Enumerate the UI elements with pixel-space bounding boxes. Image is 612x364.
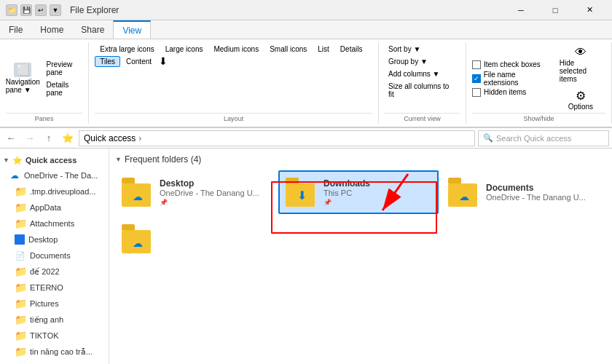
ribbon-content: ⬜ Navigationpane ▼ Preview pane Details … bbox=[0, 39, 612, 127]
downloads-folder-icon: ⬇ bbox=[286, 178, 318, 207]
list-btn[interactable]: List bbox=[313, 44, 334, 55]
title-text: File Explorer bbox=[70, 5, 119, 15]
folder-icon-tieng-anh: 📁 bbox=[15, 314, 26, 325]
tieng-anh-label: tiếng anh bbox=[30, 315, 63, 325]
sidebar-item-tieng-anh[interactable]: 📁 tiếng anh bbox=[0, 312, 109, 328]
expand-arrow: ▼ bbox=[3, 157, 9, 164]
folder-icon-eterno: 📁 bbox=[15, 282, 26, 293]
sidebar: ▼ ⭐ Quick access ☁ OneDrive - The Da... … bbox=[0, 149, 109, 364]
current-view-group: Sort by ▼ Group by ▼ Add columns ▼ Size … bbox=[379, 42, 466, 124]
hidden-items-checkbox[interactable]: Hidden items bbox=[472, 88, 550, 97]
tab-share[interactable]: Share bbox=[72, 20, 113, 39]
navigation-pane-btn[interactable]: ⬜ Navigationpane ▼ bbox=[6, 60, 40, 96]
close-btn[interactable]: ✕ bbox=[573, 0, 606, 20]
options-btn[interactable]: ⚙ Options bbox=[565, 87, 597, 113]
minimize-btn[interactable]: ─ bbox=[504, 0, 538, 20]
sidebar-item-tiktok[interactable]: 📁 TIKTOK bbox=[0, 328, 109, 344]
tiles-btn[interactable]: Tiles bbox=[95, 56, 120, 67]
folder-tab bbox=[122, 178, 135, 183]
sidebar-item-pictures[interactable]: 📁 Pictures bbox=[0, 296, 109, 312]
address-path[interactable]: Quick access › bbox=[79, 130, 475, 146]
tab-file[interactable]: File bbox=[0, 20, 31, 39]
quick-access-icon: ⭐ bbox=[12, 154, 23, 166]
layout-content: Extra large icons Large icons Medium ico… bbox=[95, 44, 372, 113]
onedrive-label: OneDrive - The Da... bbox=[24, 171, 98, 180]
content-area: ▼ Frequent folders (4) ☁ Desktop OneDriv… bbox=[109, 149, 612, 364]
hidden-items-label: Hidden items bbox=[484, 88, 526, 96]
tab-home[interactable]: Home bbox=[31, 20, 72, 39]
maximize-btn[interactable]: □ bbox=[538, 0, 572, 20]
folder-icon-pictures: 📁 bbox=[15, 298, 26, 309]
layout-expand-btn[interactable]: ⬇ bbox=[157, 55, 169, 67]
appdata-label: AppData bbox=[30, 203, 61, 212]
show-hide-content: Item check boxes ✓ File name extensions … bbox=[472, 44, 605, 113]
search-box[interactable]: 🔍 Search Quick access bbox=[478, 130, 609, 146]
up-btn[interactable]: ↑ bbox=[41, 130, 57, 146]
folder-icon-tiktok: 📁 bbox=[15, 330, 26, 341]
layout-label: Layout bbox=[95, 113, 372, 122]
sidebar-item-attachments[interactable]: 📁 Attachments bbox=[0, 215, 109, 232]
undo-btn[interactable]: ↩ bbox=[35, 4, 47, 16]
medium-icons-btn[interactable]: Medium icons bbox=[208, 44, 264, 55]
sidebar-item-tin-nang[interactable]: 📁 tin năng cao trắ... bbox=[0, 344, 109, 360]
sidebar-item-de2022[interactable]: 📁 để 2022 bbox=[0, 264, 109, 280]
de2022-label: để 2022 bbox=[30, 267, 60, 277]
section-expand-arrow[interactable]: ▼ bbox=[115, 156, 122, 163]
downloads-tile-name: Downloads bbox=[323, 178, 431, 189]
panes-group: ⬜ Navigationpane ▼ Preview pane Details … bbox=[0, 42, 89, 124]
preview-pane-btn[interactable]: Preview pane bbox=[43, 59, 83, 78]
downloads-tile-pin: 📌 bbox=[323, 199, 431, 206]
path-item-quick-access[interactable]: Quick access bbox=[84, 133, 136, 143]
sidebar-item-eterno[interactable]: 📁 ETERNO bbox=[0, 280, 109, 296]
sidebar-item-tmp[interactable]: 📁 .tmp.driveupload... bbox=[0, 183, 109, 199]
large-icons-btn[interactable]: Large icons bbox=[160, 44, 208, 55]
documents-tile-info: Documents OneDrive - The Danang U... bbox=[486, 183, 595, 202]
desktop-tile-info: Desktop OneDrive - The Danang U... 📌 bbox=[160, 178, 269, 206]
file-name-ext-checkbox[interactable]: ✓ File name extensions bbox=[472, 71, 550, 87]
tab-view[interactable]: View bbox=[113, 20, 151, 39]
panes-label: Panes bbox=[6, 113, 82, 122]
group-by-btn[interactable]: Group by ▼ bbox=[385, 56, 431, 67]
file-name-ext-label: File name extensions bbox=[484, 71, 550, 87]
details-pane-btn[interactable]: Details pane bbox=[43, 79, 83, 98]
hide-options-group: 👁 Hide selecteditems ⚙ Options bbox=[556, 44, 605, 113]
onedrive-overlay: ☁ bbox=[133, 191, 143, 202]
forward-btn[interactable]: → bbox=[22, 130, 38, 146]
show-hide-group: Item check boxes ✓ File name extensions … bbox=[466, 42, 612, 124]
folder-icon-desktop bbox=[15, 234, 25, 245]
add-columns-btn[interactable]: Add columns ▼ bbox=[385, 68, 443, 79]
extra-large-icons-btn[interactable]: Extra large icons bbox=[95, 44, 159, 55]
item-check-boxes-checkbox[interactable]: Item check boxes bbox=[472, 60, 550, 69]
tile-extra[interactable]: ☁ bbox=[115, 217, 159, 261]
desktop-label: Desktop bbox=[28, 235, 58, 244]
sort-by-btn[interactable]: Sort by ▼ bbox=[385, 44, 424, 55]
tile-desktop[interactable]: ☁ Desktop OneDrive - The Danang U... 📌 bbox=[115, 170, 275, 214]
tile-documents[interactable]: ☁ Documents OneDrive - The Danang U... bbox=[442, 170, 602, 214]
folder-tab-docs bbox=[448, 178, 461, 183]
small-icons-btn[interactable]: Small icons bbox=[264, 44, 312, 55]
quick-access-header[interactable]: ▼ ⭐ Quick access bbox=[0, 151, 109, 167]
sidebar-item-desktop[interactable]: Desktop bbox=[0, 232, 109, 248]
sidebar-item-onedrive[interactable]: ☁ OneDrive - The Da... bbox=[0, 167, 109, 183]
size-all-columns-btn[interactable]: Size all columns to fit bbox=[385, 81, 460, 100]
sidebar-item-thuc-tap[interactable]: 📁 Thực tập Navi bbox=[0, 360, 109, 364]
ribbon-tabs: File Home Share View bbox=[0, 20, 612, 39]
tile-downloads[interactable]: ⬇ Downloads This PC 📌 bbox=[278, 170, 439, 214]
sidebar-item-documents[interactable]: 📄 Documents bbox=[0, 248, 109, 264]
quick-save-btn[interactable]: 💾 bbox=[20, 4, 32, 16]
details-btn[interactable]: Details bbox=[335, 44, 368, 55]
dropdown-btn[interactable]: ▼ bbox=[50, 4, 61, 16]
layout-group: Extra large icons Large icons Medium ico… bbox=[89, 42, 379, 124]
eterno-label: ETERNO bbox=[30, 283, 63, 292]
folder-tab-extra bbox=[122, 224, 135, 230]
hide-selected-btn[interactable]: 👁 Hide selecteditems bbox=[556, 44, 605, 85]
section-label: Frequent folders (4) bbox=[125, 154, 201, 165]
documents-tile-sub: OneDrive - The Danang U... bbox=[486, 193, 595, 202]
sidebar-item-appdata[interactable]: 📁 AppData bbox=[0, 199, 109, 215]
desktop-tile-sub: OneDrive - The Danang U... bbox=[160, 189, 269, 197]
recent-btn[interactable]: ⭐ bbox=[60, 130, 76, 146]
search-placeholder: Search Quick access bbox=[496, 134, 571, 143]
content-btn[interactable]: Content bbox=[121, 56, 157, 67]
back-btn[interactable]: ← bbox=[3, 130, 19, 146]
search-icon: 🔍 bbox=[483, 133, 493, 143]
